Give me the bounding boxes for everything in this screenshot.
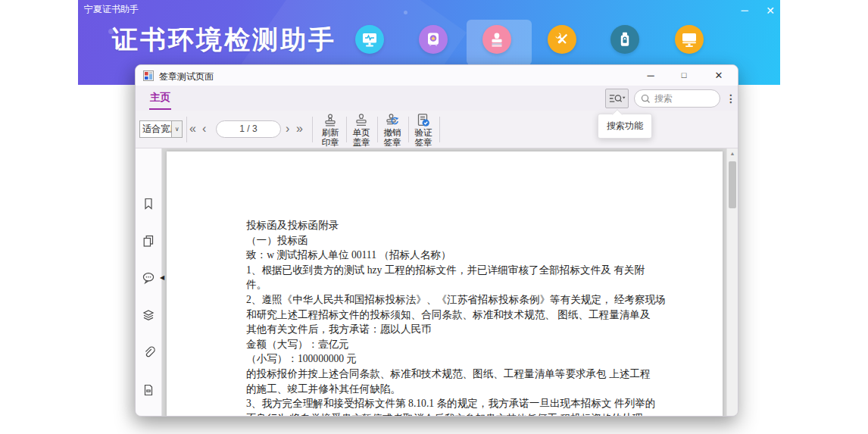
dialog-title: 签章测试页面 — [159, 70, 214, 83]
chevron-down-icon: ∨ — [171, 121, 182, 137]
zoom-fit-select[interactable]: 适合宽度 ∨ — [139, 120, 183, 138]
document-text: 投标函及投标函附录（一）投标函致：w 测试招标人单位 00111 （招标人名称）… — [246, 218, 651, 417]
more-menu-icon[interactable]: ⋮ — [726, 89, 736, 108]
tab-row: 主页 ⋮ — [136, 86, 738, 111]
toolbar-separator — [312, 117, 313, 142]
document-line: 2、遵照《中华人民共和国招标投标法》、《江苏省招标投标条例》等有关规定， 经考察… — [246, 292, 651, 308]
banner-heading: 证书环境检测助手 — [112, 23, 336, 58]
document-line: 3、我方完全理解和接受招标文件第 8.10.1 条的规定，我方承诺一旦出现本招标… — [246, 396, 651, 411]
undo-signature-button[interactable]: 撤销 签章 — [377, 111, 407, 148]
layers-icon[interactable] — [142, 308, 155, 322]
prev-page-button[interactable]: ‹ — [202, 119, 206, 139]
document-line: 其他有关文件后，我方承诺：愿以人民币 — [246, 322, 651, 337]
document-line: 的投标报价并按上述合同条款、标准和技术规范、图纸、工程量清单等要求承包 上述工程 — [246, 367, 651, 382]
button-label: 刷新 — [315, 128, 345, 138]
maximize-button[interactable]: □ — [670, 65, 698, 86]
button-label: 撤销 — [377, 128, 407, 138]
document-line: 和研究上述工程招标文件的投标须知、合同条款、标准和技术规范、 图纸、工程量清单及 — [246, 308, 651, 323]
page-indicator[interactable]: 1 / 3 — [216, 120, 281, 138]
stamp-icon — [353, 113, 370, 128]
search-input[interactable] — [654, 93, 707, 104]
app-window-title: 宁夏证书助手 — [84, 3, 139, 16]
first-page-button[interactable]: « — [189, 119, 196, 139]
close-button[interactable]: ✕ — [705, 65, 732, 86]
minimize-button[interactable]: ─ — [637, 65, 664, 86]
document-page: 投标函及投标函附录（一）投标函致：w 测试招标人单位 00111 （招标人名称）… — [167, 151, 723, 417]
desktop-computer-icon[interactable] — [675, 25, 704, 54]
button-label: 签章 — [408, 138, 439, 148]
desktop: 宁夏证书助手 ─ ✕ 证书环境检测助手 — [0, 0, 868, 434]
banner-decoration — [404, 11, 407, 14]
scroll-up-arrow[interactable]: ▲ — [727, 151, 738, 156]
scrollbar-thumb[interactable] — [729, 161, 736, 208]
button-label: 单页 — [346, 128, 376, 138]
document-line: 1、根据已收到贵方的测试 hzy 工程的招标文件，并已详细审核了全部招标文件及 … — [246, 263, 651, 278]
button-label: 印章 — [315, 138, 345, 148]
document-line: （一）投标函 — [246, 233, 651, 248]
zoom-fit-value: 适合宽度 — [140, 121, 171, 137]
next-page-button[interactable]: › — [286, 119, 289, 139]
search-box — [634, 89, 720, 108]
button-label: 盖章 — [346, 138, 376, 148]
certificate-badge-icon[interactable] — [419, 25, 448, 54]
seal-stamp-icon[interactable] — [482, 25, 511, 54]
document-line: 不良行为,将自觉接受贵方暂停或者取消今后我方参加贵方其他任何工 程投标资格的处理… — [246, 411, 651, 417]
viewer-area: ◀ 投标函及投标函附录（一）投标函致：w 测试招标人单位 00111 （招标人名… — [136, 148, 738, 417]
close-button[interactable]: ✕ — [761, 3, 779, 18]
refresh-stamp-button[interactable]: 刷新 印章 — [315, 111, 345, 148]
document-line: 金额（大写）：壹亿元 — [246, 337, 651, 352]
panel-collapse-handle[interactable]: ◀ — [160, 274, 164, 281]
dialog-titlebar: 签章测试页面 ─ □ ✕ — [136, 65, 738, 86]
search-options-button[interactable] — [605, 89, 629, 108]
repair-tools-icon[interactable] — [548, 25, 576, 54]
usb-key-lock-icon[interactable] — [610, 25, 639, 54]
single-page-stamp-button[interactable]: 单页 盖章 — [346, 111, 376, 148]
toolbar-separator — [186, 117, 187, 142]
attachment-icon[interactable] — [142, 345, 155, 359]
document-line: 致：w 测试招标人单位 00111 （招标人名称） — [246, 248, 651, 263]
vertical-scrollbar[interactable]: ▲ — [726, 148, 738, 417]
stamp-undo-icon — [384, 113, 401, 128]
stamp-outline-icon — [322, 113, 339, 128]
document-icon[interactable] — [142, 383, 155, 397]
search-tooltip: 搜索功能 — [598, 114, 652, 139]
verify-signature-button[interactable]: 验证 签章 — [408, 111, 439, 148]
search-icon — [641, 94, 651, 104]
last-page-button[interactable]: » — [296, 119, 303, 139]
side-panel — [136, 148, 162, 417]
verify-doc-icon — [415, 113, 432, 128]
document-line: （小写）：100000000 元 — [246, 351, 651, 367]
document-line: 件。 — [246, 277, 651, 292]
toolbar-separator — [439, 117, 440, 142]
bookmark-icon[interactable] — [142, 197, 155, 211]
monitor-pulse-icon[interactable] — [355, 25, 384, 54]
button-label: 验证 — [408, 128, 439, 138]
search-filter-icon — [609, 92, 626, 105]
document-line: 投标函及投标函附录 — [246, 218, 651, 233]
pages-icon[interactable] — [142, 234, 155, 248]
winform-app-icon — [143, 70, 154, 81]
signature-test-window: 签章测试页面 ─ □ ✕ 主页 — [135, 64, 738, 417]
tab-home[interactable]: 主页 — [149, 91, 171, 110]
document-line: 的施工、竣工并修补其任何缺陷。 — [246, 382, 651, 397]
minimize-button[interactable]: ─ — [735, 3, 754, 18]
button-label: 签章 — [377, 138, 407, 148]
comment-icon[interactable] — [142, 271, 155, 285]
